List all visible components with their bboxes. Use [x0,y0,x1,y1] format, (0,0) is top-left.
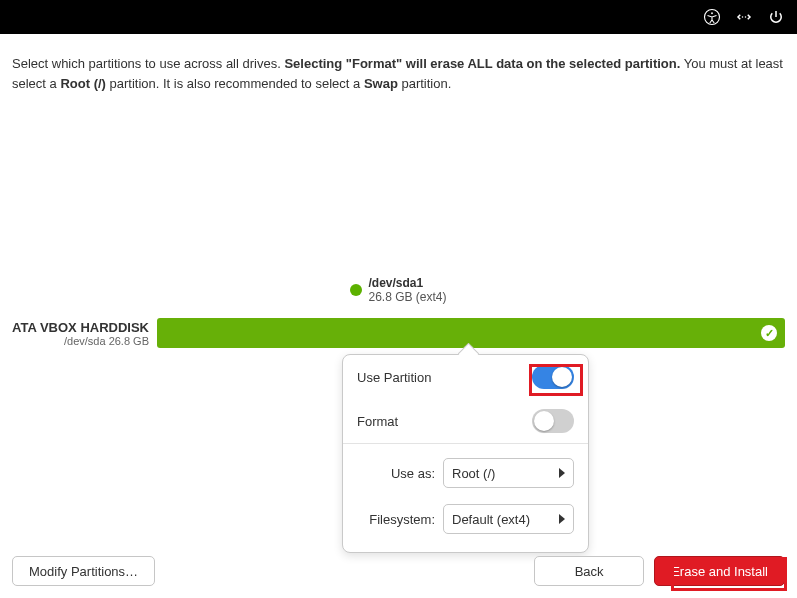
use-partition-toggle[interactable] [532,365,574,389]
use-partition-row: Use Partition [343,355,588,399]
legend-color-dot [350,284,362,296]
use-as-label: Use as: [357,466,435,481]
use-partition-label: Use Partition [357,370,431,385]
svg-point-3 [745,16,747,18]
format-row: Format [343,399,588,443]
back-button[interactable]: Back [534,556,644,586]
filesystem-combo[interactable]: Default (ext4) [443,504,574,534]
use-as-row: Use as: Root (/) [343,450,588,496]
keyboard-layout-icon[interactable] [733,6,755,28]
footer-bar: Modify Partitions… Back Erase and Instal… [12,556,785,586]
disk-row: ATA VBOX HARDDISK /dev/sda 26.8 GB ✓ [12,318,785,348]
modify-partitions-button[interactable]: Modify Partitions… [12,556,155,586]
partition-popover: Use Partition Format Use as: Root (/) Fi… [342,354,589,553]
partition-bar[interactable]: ✓ [157,318,785,348]
main-content: Select which partitions to use across al… [0,34,797,153]
format-label: Format [357,414,398,429]
legend-device: /dev/sda1 [368,276,446,290]
partition-block: /dev/sda1 26.8 GB (ext4) ATA VBOX HARDDI… [12,276,785,348]
disk-label: ATA VBOX HARDDISK /dev/sda 26.8 GB [12,320,157,347]
filesystem-row: Filesystem: Default (ext4) [343,496,588,542]
legend-size: 26.8 GB (ext4) [368,290,446,304]
use-as-combo[interactable]: Root (/) [443,458,574,488]
format-toggle[interactable] [532,409,574,433]
erase-and-install-button[interactable]: Erase and Install [654,556,785,586]
dropdown-arrow-icon [559,514,565,524]
use-as-value: Root (/) [452,466,495,481]
check-icon: ✓ [761,325,777,341]
disk-name: ATA VBOX HARDDISK [12,320,149,335]
intro-text: Select which partitions to use across al… [12,54,785,93]
filesystem-value: Default (ext4) [452,512,530,527]
titlebar [0,0,797,34]
svg-point-1 [711,12,713,14]
filesystem-label: Filesystem: [357,512,435,527]
partition-legend: /dev/sda1 26.8 GB (ext4) [12,276,785,304]
svg-point-2 [742,16,744,18]
power-icon[interactable] [765,6,787,28]
accessibility-icon[interactable] [701,6,723,28]
dropdown-arrow-icon [559,468,565,478]
disk-sub: /dev/sda 26.8 GB [12,335,149,347]
